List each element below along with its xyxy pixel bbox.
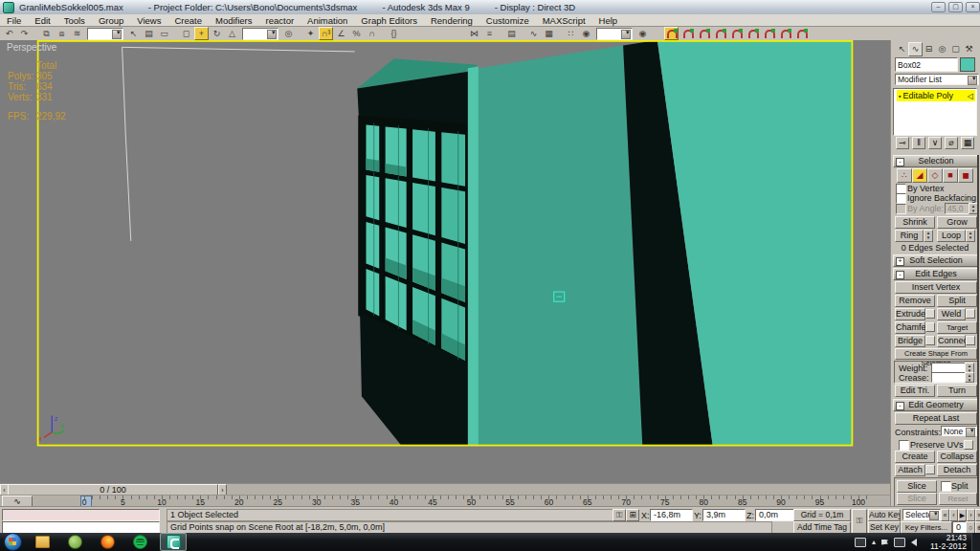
modifier-list-dropdown[interactable]: Modifier List <box>895 74 979 85</box>
pin-stack-icon[interactable]: ⊸ <box>896 137 909 149</box>
show-end-result-icon[interactable]: ‖ <box>912 137 925 149</box>
modifier-stack[interactable]: ▪ Editable Poly ◁ <box>893 88 977 136</box>
maxscript-mini-listener-pink[interactable] <box>2 509 160 521</box>
create-shape-button[interactable]: Create Shape From Selection <box>895 348 977 360</box>
taskbar-item-spotify[interactable] <box>127 534 152 550</box>
split-button[interactable]: Split <box>937 295 977 307</box>
perspective-viewport[interactable]: z x y Perspective Total Polys: 305 Tris:… <box>0 40 890 483</box>
menu-item[interactable]: Group <box>92 15 130 26</box>
rectangular-selection-icon[interactable]: ▭ <box>157 27 171 40</box>
viewport-label[interactable]: Perspective <box>7 42 56 53</box>
chamfer-button[interactable]: Chamfer <box>895 321 925 334</box>
next-frame-icon[interactable]: › <box>967 509 975 521</box>
collapse-icon[interactable]: - <box>896 402 904 410</box>
xy-constraint-icon[interactable] <box>794 27 809 40</box>
start-button[interactable] <box>4 533 22 551</box>
grow-button[interactable]: Grow <box>937 216 977 229</box>
by-angle-field[interactable]: 45,0 <box>945 203 969 214</box>
preserve-uvs-settings-icon[interactable] <box>964 440 973 450</box>
menu-item[interactable]: Rendering <box>424 15 479 26</box>
maximize-icon[interactable]: ▢ <box>948 2 963 12</box>
grid-snap-icon[interactable] <box>664 27 679 40</box>
collapse-icon[interactable]: - <box>896 158 904 166</box>
layer-manager-icon[interactable]: ▤ <box>504 27 519 40</box>
constraints-dropdown[interactable]: None <box>941 426 977 436</box>
percent-snap-icon[interactable]: % <box>349 27 364 40</box>
selection-lock-icon[interactable]: ⚿ <box>612 509 626 521</box>
redo-icon[interactable]: ↷ <box>17 27 32 40</box>
object-color-swatch[interactable] <box>960 57 975 72</box>
midpoint-snap-icon[interactable] <box>762 27 776 40</box>
angle-snap-icon[interactable]: ∠ <box>334 27 348 40</box>
select-and-manipulate-icon[interactable]: ✦ <box>303 27 318 40</box>
selection-filter-dropdown[interactable] <box>87 28 123 40</box>
menu-item[interactable]: File <box>0 15 28 26</box>
subobject-border-icon[interactable]: ◇ <box>927 168 943 183</box>
bridge-button[interactable]: Bridge <box>895 335 925 347</box>
taskbar-item-3dsmax[interactable] <box>160 533 187 551</box>
loop-button[interactable]: Loop <box>937 230 966 242</box>
align-icon[interactable]: ≡ <box>482 27 497 40</box>
select-object-icon[interactable]: ↖ <box>126 27 141 40</box>
menu-item[interactable]: MAXScript <box>536 15 592 26</box>
remove-modifier-icon[interactable]: ⌀ <box>945 137 958 149</box>
tab-hierarchy[interactable]: ⊟ <box>922 42 936 56</box>
key-set-dropdown[interactable]: Selected <box>902 509 941 520</box>
subobject-polygon-icon[interactable]: ■ <box>943 168 958 183</box>
curve-editor-icon[interactable]: ∿ <box>526 27 541 40</box>
edit-tri-button[interactable]: Edit Tri. <box>895 385 935 397</box>
expand-icon[interactable]: ▪ <box>899 93 901 99</box>
select-and-rotate-icon[interactable]: ↻ <box>210 27 224 40</box>
material-editor-icon[interactable]: ∷ <box>564 27 578 40</box>
tab-utilities[interactable]: ⚒ <box>962 42 976 56</box>
object-name-field[interactable] <box>895 57 958 72</box>
window-crossing-icon[interactable]: ◻ <box>179 27 193 40</box>
reference-coordinate-dropdown[interactable] <box>242 28 278 40</box>
auto-key-button[interactable]: Auto Key <box>868 509 901 521</box>
tab-modify[interactable]: ∿ <box>908 42 923 56</box>
taskbar-clock[interactable]: 21:43 11-2-2012 <box>930 534 967 550</box>
weld-settings-icon[interactable] <box>966 309 975 319</box>
rollout-edit-edges-header[interactable]: - Edit Edges <box>893 268 979 280</box>
tray-window-icon[interactable] <box>855 538 866 547</box>
make-unique-icon[interactable]: ∨ <box>928 137 942 149</box>
spinner-snap-icon[interactable]: ∩ <box>365 27 379 40</box>
x-coordinate-field[interactable]: -16,8m <box>650 509 693 521</box>
face-snap-icon[interactable] <box>713 27 727 40</box>
go-to-end-icon[interactable]: » <box>975 509 980 521</box>
menu-item[interactable]: Customize <box>479 15 536 26</box>
connect-settings-icon[interactable] <box>966 336 975 345</box>
select-and-scale-icon[interactable]: △ <box>225 27 239 40</box>
schematic-view-icon[interactable]: ▦ <box>542 27 556 40</box>
attach-button[interactable]: Attach <box>895 464 925 476</box>
select-and-move-icon[interactable]: + <box>194 27 209 40</box>
attach-settings-icon[interactable] <box>925 465 935 474</box>
vertex-snap-icon[interactable] <box>680 27 695 40</box>
rollout-soft-selection-header[interactable]: + Soft Selection <box>893 254 979 267</box>
undo-icon[interactable]: ↶ <box>2 27 16 40</box>
menu-item[interactable]: Views <box>130 15 167 26</box>
collapse-icon[interactable]: - <box>896 271 904 279</box>
extrude-settings-icon[interactable] <box>925 309 935 319</box>
tab-motion[interactable]: ◎ <box>935 42 949 56</box>
taskbar-item-firefox[interactable] <box>95 534 120 550</box>
slice-plane-button[interactable]: Slice Plane <box>897 480 937 493</box>
configure-modifier-sets-icon[interactable]: ▦ <box>961 137 974 149</box>
create-button[interactable]: Create <box>895 451 935 463</box>
edge-snap-icon[interactable] <box>697 27 711 40</box>
tray-expand-icon[interactable]: ▴ <box>872 538 876 546</box>
subobject-vertex-icon[interactable]: ∴ <box>897 168 912 183</box>
preserve-uvs-checkbox[interactable] <box>899 440 909 451</box>
snap-toggle-3d-icon[interactable]: ∩³ <box>319 27 333 40</box>
prev-frame-icon[interactable]: ‹ <box>949 509 958 521</box>
detach-button[interactable]: Detach <box>937 464 977 476</box>
go-to-start-icon[interactable]: « <box>941 509 949 521</box>
repeat-last-button[interactable]: Repeat Last <box>895 412 977 425</box>
action-center-flag-icon[interactable] <box>881 540 888 545</box>
use-pivot-center-icon[interactable]: ◎ <box>281 27 296 40</box>
target-weld-button[interactable]: Target Weld <box>937 321 977 334</box>
y-coordinate-field[interactable]: 3,9m <box>702 509 746 521</box>
subobject-element-icon[interactable]: ◼ <box>958 168 973 183</box>
by-angle-checkbox[interactable] <box>896 204 906 214</box>
collapse-button[interactable]: Collapse <box>937 451 977 463</box>
